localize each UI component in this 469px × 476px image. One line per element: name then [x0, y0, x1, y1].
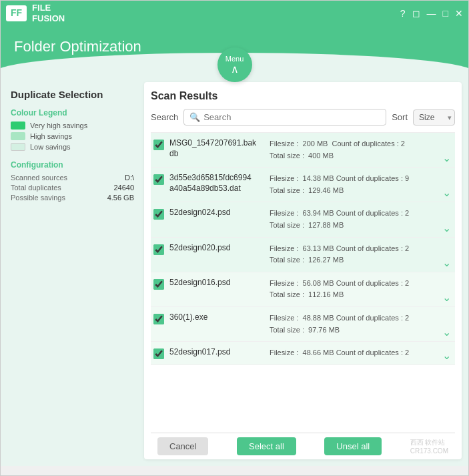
- file-meta-3: Filesize : 63.94 MB Count of duplicates …: [270, 208, 452, 231]
- file-meta-2: Filesize : 14.38 MB Count of duplicates …: [270, 173, 452, 196]
- legend-item-high: High savings: [11, 132, 134, 140]
- file-checkbox-4[interactable]: [153, 244, 164, 255]
- legend-label-high: High savings: [30, 132, 72, 140]
- menu-chevron-icon: ∧: [231, 64, 239, 75]
- file-name-2: 3d55e3d65815fdc6994a40a54a89db53.dat: [169, 173, 270, 194]
- expand-icon-1[interactable]: ⌄: [442, 152, 451, 164]
- file-meta-4: Filesize : 63.13 MB Count of duplicates …: [270, 243, 452, 266]
- legend-swatch-high: [11, 132, 25, 140]
- config-val-scanned: D:\: [125, 174, 134, 182]
- config-key-savings: Possible savings: [11, 194, 65, 202]
- logo-icon: FF: [6, 5, 27, 21]
- file-item: 52design016.psd Filesize : 56.08 MB Coun…: [151, 272, 455, 307]
- expand-icon-7[interactable]: ⌄: [442, 349, 451, 362]
- select-all-button[interactable]: Select all: [237, 437, 296, 455]
- config-key-scanned: Scanned sources: [11, 174, 67, 182]
- config-total-duplicates: Total duplicates 24640: [11, 184, 134, 192]
- bottom-bar: Cancel Select all Unsel all 西西 软件站CR173.…: [151, 433, 455, 459]
- file-name-4: 52design020.psd: [169, 243, 270, 254]
- main-layout: Duplicate Selection Colour Legend Very h…: [1, 82, 468, 466]
- search-label: Search: [151, 112, 178, 122]
- window-controls: ? ◻ — □ ✕: [400, 8, 463, 19]
- file-name-6: 360(1).exe: [169, 312, 270, 323]
- file-checkbox-2[interactable]: [153, 174, 164, 185]
- file-item: 52design020.psd Filesize : 63.13 MB Coun…: [151, 238, 455, 272]
- config-title: Configuration: [11, 160, 134, 170]
- help-icon[interactable]: ?: [400, 8, 406, 19]
- config-scanned-sources: Scanned sources D:\: [11, 174, 134, 182]
- sort-select[interactable]: Size Name Date: [413, 109, 455, 126]
- titlebar: FF FILE FUSION ? ◻ — □ ✕: [1, 1, 468, 26]
- config-val-savings: 4.56 GB: [107, 194, 134, 202]
- legend-item-very-high: Very high savings: [11, 122, 134, 130]
- legend-label-very-high: Very high savings: [30, 122, 87, 130]
- expand-icon-4[interactable]: ⌄: [442, 256, 451, 269]
- search-input[interactable]: [203, 112, 380, 122]
- sort-label: Sort: [392, 112, 408, 122]
- scan-panel: Scan Results Search 🔍 Sort Size Name Dat…: [144, 82, 462, 459]
- file-checkbox-1[interactable]: [153, 140, 164, 150]
- file-meta-6: Filesize : 48.88 MB Count of duplicates …: [270, 312, 452, 336]
- search-icon: 🔍: [189, 112, 200, 122]
- close-icon[interactable]: ✕: [455, 8, 463, 19]
- cancel-button[interactable]: Cancel: [157, 437, 208, 455]
- file-name-5: 52design016.psd: [169, 278, 270, 288]
- scan-title: Scan Results: [151, 90, 455, 102]
- file-name-3: 52design024.psd: [169, 208, 270, 218]
- minimize-icon[interactable]: —: [427, 8, 436, 19]
- legend-title: Colour Legend: [11, 108, 134, 117]
- file-checkbox-5[interactable]: [153, 279, 164, 290]
- watermark: 西西 软件站CR173.COM: [410, 438, 448, 455]
- sort-wrap[interactable]: Size Name Date: [413, 109, 455, 126]
- legend-swatch-very-high: [11, 122, 25, 130]
- legend-swatch-low: [11, 143, 25, 151]
- settings-icon[interactable]: ◻: [412, 8, 420, 19]
- sidebar: Duplicate Selection Colour Legend Very h…: [7, 82, 137, 459]
- file-item: 52design017.psd Filesize : 48.66 MB Coun…: [151, 342, 455, 365]
- menu-spacer: Menu ∧: [1, 73, 468, 82]
- search-input-wrap[interactable]: 🔍: [183, 109, 386, 126]
- search-sort-row: Search 🔍 Sort Size Name Date: [151, 109, 455, 126]
- menu-label: Menu: [225, 55, 244, 63]
- file-item: 52design024.psd Filesize : 63.94 MB Coun…: [151, 202, 455, 237]
- sidebar-title: Duplicate Selection: [11, 89, 134, 100]
- logo-text: FILE FUSION: [32, 3, 65, 23]
- file-item: 3d55e3d65815fdc6994a40a54a89db53.dat Fil…: [151, 168, 455, 202]
- maximize-icon[interactable]: □: [443, 8, 448, 19]
- file-name-1: MSG0_1547207691.bakdb: [169, 138, 270, 159]
- file-meta-1: Filesize : 200 MB Count of duplicates : …: [270, 138, 452, 162]
- file-item: 360(1).exe Filesize : 48.88 MB Count of …: [151, 307, 455, 342]
- file-checkbox-7[interactable]: [153, 348, 164, 359]
- file-checkbox-3[interactable]: [153, 209, 164, 220]
- file-name-7: 52design017.psd: [169, 347, 270, 358]
- logo-area: FF FILE FUSION: [6, 3, 65, 23]
- file-meta-7: Filesize : 48.66 MB Count of duplicates …: [270, 347, 452, 359]
- expand-icon-5[interactable]: ⌄: [442, 291, 451, 304]
- legend-item-low: Low savings: [11, 143, 134, 151]
- config-val-duplicates: 24640: [113, 184, 134, 192]
- file-item: MSG0_1547207691.bakdb Filesize : 200 MB …: [151, 133, 455, 168]
- file-list: MSG0_1547207691.bakdb Filesize : 200 MB …: [151, 132, 455, 433]
- file-checkbox-6[interactable]: [153, 314, 164, 324]
- expand-icon-6[interactable]: ⌄: [442, 326, 451, 338]
- unselect-all-button[interactable]: Unsel all: [324, 437, 382, 455]
- expand-icon-3[interactable]: ⌄: [442, 222, 451, 234]
- expand-icon-2[interactable]: ⌄: [442, 186, 451, 199]
- config-possible-savings: Possible savings 4.56 GB: [11, 194, 134, 202]
- menu-btn-container: Menu ∧: [217, 47, 252, 82]
- file-meta-5: Filesize : 56.08 MB Count of duplicates …: [270, 278, 452, 301]
- menu-button[interactable]: Menu ∧: [217, 47, 252, 82]
- legend-label-low: Low savings: [30, 143, 71, 151]
- config-key-duplicates: Total duplicates: [11, 184, 61, 192]
